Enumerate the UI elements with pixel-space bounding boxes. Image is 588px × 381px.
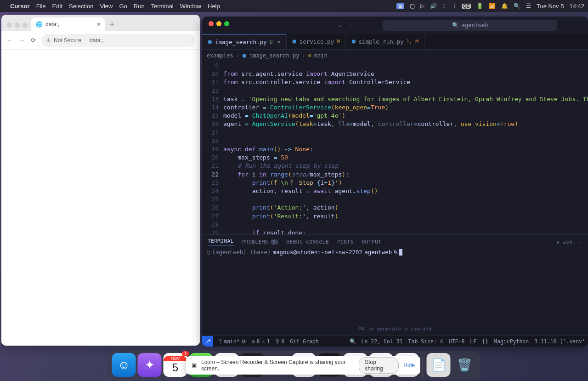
screen-record-icon[interactable]: ▣ (396, 3, 404, 9)
command-center[interactable]: 🔍 agentweb (383, 20, 557, 31)
tab-label: simple_run.py (359, 38, 404, 45)
tab-close-icon[interactable]: ✕ (96, 21, 101, 28)
back-button[interactable]: ← (6, 36, 13, 44)
browser-tabstrip: 🌐 data:, ✕ + (1, 15, 200, 31)
panel-tab-output[interactable]: OUTPUT (362, 239, 382, 245)
new-tab-button[interactable]: + (107, 20, 118, 28)
code-editor[interactable]: 9101112131415161718192021222324252627282… (202, 62, 588, 234)
browser-toolbar: ← → ⟳ ⚠ Not Secure data:, (1, 31, 200, 50)
display-icon[interactable]: ▢ (410, 3, 415, 9)
statusbar: ⎇ ᛘmain*⟳ ⊘8⚠1 ⚲0 Git Graph 🔍 Ln 22, Col… (202, 336, 588, 347)
stop-sharing-button[interactable]: Stop sharing (359, 357, 399, 374)
breadcrumb[interactable]: examples › ⬢ image_search.py › ⊕ main (202, 50, 588, 62)
screen-share-notification: ▣ Loom – Screen Recorder & Screen Captur… (186, 356, 420, 375)
bluetooth-icon[interactable]: ᛒ (453, 3, 456, 9)
notif-text: Loom – Screen Recorder & Screen Capture … (201, 359, 350, 372)
tab-size[interactable]: Tab Size: 4 (408, 338, 443, 345)
browser-traffic-lights (7, 23, 28, 28)
fullscreen-dot-icon[interactable] (23, 23, 28, 28)
remote-button[interactable]: ⎇ (202, 336, 213, 347)
tab-image-search[interactable]: ⬢ image_search.py U ✕ (202, 34, 287, 49)
moon-icon[interactable]: ☾ (442, 3, 447, 9)
new-terminal-button[interactable]: ＋ (577, 239, 583, 245)
close-icon[interactable]: ✕ (277, 39, 281, 45)
diagnostics[interactable]: ⊘8⚠1 (252, 338, 270, 345)
control-center-icon[interactable]: ☰ (526, 3, 531, 9)
dock-trash[interactable]: 🗑️ (452, 353, 476, 377)
chevron-right-icon: › (302, 52, 305, 59)
dock-app-purple[interactable]: ✦ (138, 353, 162, 377)
browser-viewport[interactable] (1, 50, 200, 346)
python-file-icon: ⬢ (242, 53, 247, 59)
radio-status[interactable]: ⚲0 (275, 338, 284, 345)
forward-button[interactable]: → (18, 36, 25, 44)
menu-run[interactable]: Run (134, 3, 145, 10)
cal-badge: 1 (182, 351, 189, 356)
menu-help[interactable]: Help (208, 3, 220, 10)
panel-tab-problems[interactable]: PROBLEMS9 (242, 239, 278, 245)
code-content[interactable]: from src.agent.service import AgentServi… (223, 62, 588, 234)
minimize-dot-icon[interactable] (216, 21, 221, 26)
warning-icon: ⚠ (262, 338, 265, 345)
menu-window[interactable]: Window (180, 3, 201, 10)
term-env: (agentweb) (base) (212, 249, 271, 256)
terminal[interactable]: ○ (agentweb) (base) magnus@student-net-n… (202, 249, 588, 336)
globe-icon: 🌐 (36, 21, 43, 28)
reload-button[interactable]: ⟳ (31, 37, 36, 44)
dock-finder[interactable]: ☺ (112, 353, 136, 377)
menubar-date[interactable]: Tue Nov 5 (537, 3, 564, 10)
hide-button[interactable]: Hide (403, 362, 415, 369)
url-text: data:, (90, 37, 103, 44)
play-icon[interactable]: ▷ (420, 3, 424, 9)
search-icon[interactable]: 🔍 (514, 3, 520, 9)
tab-label: image_search.py (215, 39, 267, 45)
qz-badge[interactable]: QZ (462, 4, 471, 9)
problems-count: 9 (271, 239, 278, 245)
nav-forward-icon[interactable]: → (348, 21, 352, 30)
close-dot-icon[interactable] (209, 21, 214, 26)
language-mode[interactable]: MagicPython (494, 338, 529, 345)
url-bar[interactable]: ⚠ Not Secure data:, (41, 34, 195, 47)
term-userhost: magnus@student-net-nw-2702 (272, 249, 362, 256)
dock-calendar[interactable]: NOV 5 1 (164, 353, 187, 377)
browser-window: 🌐 data:, ✕ + ← → ⟳ ⚠ Not Secure data:, (1, 15, 200, 346)
notification-icon[interactable]: 🔔 (501, 3, 508, 9)
breadcrumb-folder[interactable]: examples (207, 52, 233, 59)
dock-document[interactable]: 📄 (427, 353, 451, 377)
python-file-icon: ⬢ (208, 39, 212, 45)
menu-edit[interactable]: Edit (52, 3, 62, 10)
menu-file[interactable]: File (36, 3, 46, 10)
tab-simple-run[interactable]: ⬢ simple_run.py 1, M (346, 34, 424, 49)
breadcrumb-symbol[interactable]: main (314, 52, 328, 59)
menu-terminal[interactable]: Terminal (151, 3, 174, 10)
python-version[interactable]: 3.11.10 ('.venv' (534, 338, 585, 345)
menu-selection[interactable]: Selection (69, 3, 93, 10)
minimize-dot-icon[interactable] (15, 23, 20, 28)
menu-view[interactable]: View (100, 3, 113, 10)
panel-tabs: TERMINAL PROBLEMS9 DEBUG CONSOLE PORTS O… (202, 235, 588, 249)
panel-tab-debug[interactable]: DEBUG CONSOLE (287, 239, 329, 245)
browser-tab[interactable]: 🌐 data:, ✕ (31, 17, 105, 31)
cal-day: 5 (172, 361, 178, 374)
cursor-position[interactable]: Ln 22, Col 31 (362, 338, 403, 345)
menubar-time[interactable]: 14:42 (569, 3, 584, 10)
panel-tab-ports[interactable]: PORTS (337, 239, 354, 245)
shell-picker[interactable]: ▯ zsh (556, 239, 573, 245)
encoding[interactable]: UTF-8 (449, 338, 465, 345)
panel-tab-terminal[interactable]: TERMINAL (208, 238, 234, 245)
menu-go[interactable]: Go (119, 3, 127, 10)
zoom-icon[interactable]: 🔍 (350, 338, 356, 345)
git-branch[interactable]: ᛘmain*⟳ (219, 338, 246, 345)
breadcrumb-file[interactable]: image_search.py (249, 52, 299, 59)
app-name[interactable]: Cursor (10, 3, 30, 10)
eol[interactable]: LF (470, 338, 476, 345)
sync-icon[interactable]: ⟳ (242, 338, 246, 345)
volume-icon[interactable]: 🔊 (430, 3, 437, 9)
wifi-icon[interactable]: 📶 (489, 3, 496, 9)
git-graph-button[interactable]: Git Graph (290, 338, 318, 345)
nav-back-icon[interactable]: ← (339, 21, 343, 30)
tab-service[interactable]: ⬢ service.py M (287, 34, 346, 49)
close-dot-icon[interactable] (7, 23, 12, 28)
battery-icon[interactable]: 🔋 (476, 3, 483, 9)
fullscreen-dot-icon[interactable] (224, 21, 229, 26)
